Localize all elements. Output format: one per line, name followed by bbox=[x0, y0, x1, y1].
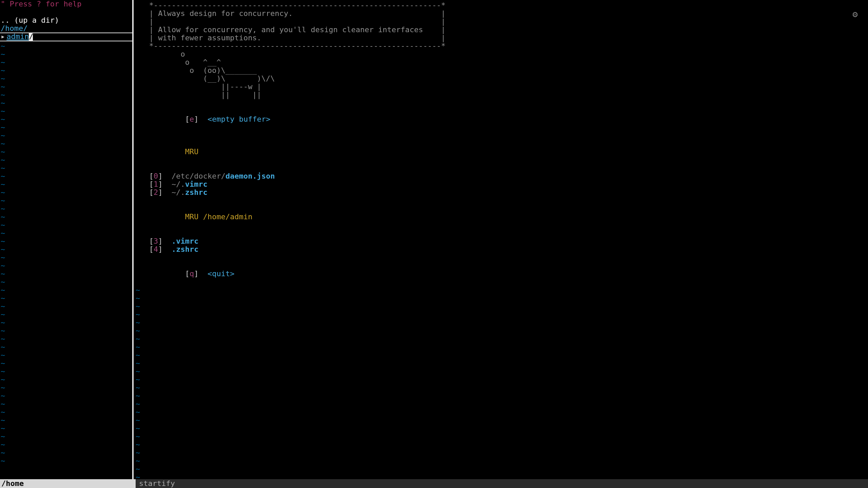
quit-entry[interactable]: [q] <quit> bbox=[136, 262, 868, 286]
right-tilde-fill: ~~~~~~~~~~~~~~~~~~~~~~~~~~~~~~ bbox=[136, 286, 868, 479]
left-tilde-fill: ~~~~~~~~~~~~~~~~~~~~~~~~~~~~~~~~~~~~~~~~… bbox=[0, 42, 132, 479]
status-right: startify bbox=[136, 479, 868, 488]
mru-section-header: MRU bbox=[136, 140, 868, 164]
empty-buffer-entry[interactable]: [e] <empty buffer> bbox=[136, 107, 868, 131]
vim-window: " Press ? for help .. (up a dir) /home/ … bbox=[0, 0, 868, 488]
mru-list: [0] /etc/docker/daemon.json [1] ~/.vimrc… bbox=[136, 172, 868, 197]
startify-pane[interactable]: ⚙ *-------------------------------------… bbox=[133, 0, 868, 479]
split-panes: " Press ? for help .. (up a dir) /home/ … bbox=[0, 0, 868, 479]
empty-buffer-label: <empty buffer> bbox=[208, 115, 270, 123]
up-a-dir[interactable]: .. (up a dir) bbox=[0, 16, 132, 24]
mru-item[interactable]: [0] /etc/docker/daemon.json bbox=[136, 172, 868, 180]
mru-cwd-item[interactable]: [3] .vimrc bbox=[136, 237, 868, 245]
fortune-box: *---------------------------------------… bbox=[136, 1, 868, 50]
status-bar: /home startify bbox=[0, 479, 868, 488]
status-left: /home bbox=[0, 479, 136, 488]
mru-item[interactable]: [1] ~/.vimrc bbox=[136, 180, 868, 188]
folder-name: admin bbox=[6, 33, 29, 41]
quit-label: <quit> bbox=[208, 269, 234, 278]
blank-line bbox=[0, 8, 132, 16]
help-hint: " Press ? for help bbox=[0, 0, 132, 8]
nerdtree-pane[interactable]: " Press ? for help .. (up a dir) /home/ … bbox=[0, 0, 133, 479]
current-path: /home/ bbox=[0, 24, 132, 33]
cowsay-art: o o ^__^ o (oo)\_______ (__)\ )\/\ ||---… bbox=[136, 50, 868, 99]
mru-cwd-item[interactable]: [4] .zshrc bbox=[136, 245, 868, 253]
mru-item[interactable]: [2] ~/.zshrc bbox=[136, 188, 868, 197]
key-q: q bbox=[190, 269, 194, 278]
mru-cwd-list: [3] .vimrc [4] .zshrc bbox=[136, 237, 868, 253]
mru-cwd-section-header: MRU /home/admin bbox=[136, 205, 868, 229]
cursor-block: / bbox=[29, 33, 33, 41]
key-e: e bbox=[190, 115, 194, 123]
gear-icon[interactable]: ⚙ bbox=[852, 10, 858, 18]
tree-arrow-icon: ▸ bbox=[1, 33, 5, 41]
tree-entry-admin[interactable]: ▸ admin/ bbox=[0, 33, 132, 41]
